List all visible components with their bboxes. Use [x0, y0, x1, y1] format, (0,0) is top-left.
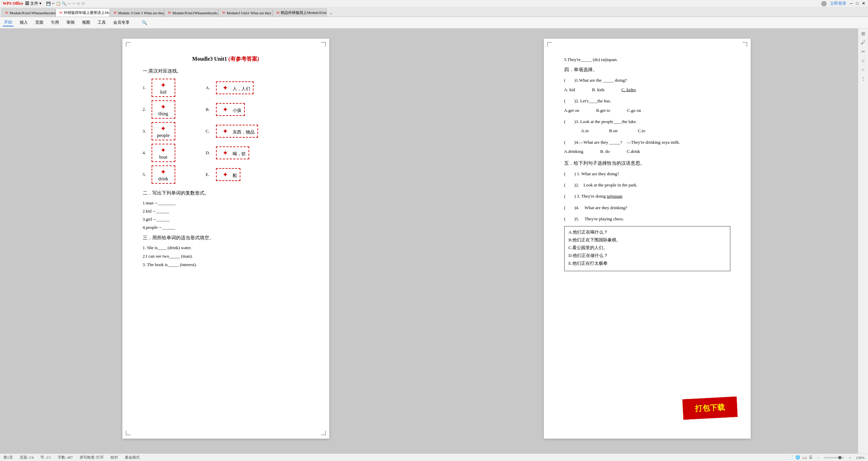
- menu-file[interactable]: ☰ 文件 ▾: [25, 1, 41, 6]
- choice-4C: C.drink: [627, 147, 640, 155]
- search-icon[interactable]: 🔍: [142, 20, 147, 25]
- zoom-slider[interactable]: [824, 457, 844, 458]
- choice-2B: B.get to: [596, 106, 610, 114]
- ribbon: 开始 插入 页面 引用 审阅 视图 工具 会员专享 🔍: [0, 17, 868, 28]
- corner-tr: [321, 42, 326, 47]
- choice-2A: A.get on: [564, 106, 579, 114]
- status-layout: 拼写检查: 打开: [80, 455, 104, 460]
- window-close[interactable]: ✕: [862, 1, 865, 6]
- view-read[interactable]: 📖: [802, 455, 807, 460]
- tab-label-5: 稻品外研版四上Module3Unit1Wha...: [281, 10, 327, 15]
- write-3: 3.girl→______: [143, 217, 309, 222]
- top-bar-left: WPS Office ☰ 文件 ▾ 💾 ✏ 📋 🔍 ⸻ ⸻ ⟲ ⟳: [3, 1, 821, 6]
- choice-1: ( )1.What are the _____ doing? A. kid B.…: [564, 76, 730, 94]
- insect-icon-A: ✦: [219, 83, 232, 92]
- cn-box-C: ✦ 东西，物品: [216, 125, 258, 138]
- window-min[interactable]: ─: [850, 1, 853, 6]
- status-pages: 页面: 1/4: [20, 455, 34, 460]
- zoom-out[interactable]: −: [817, 456, 819, 460]
- status-mode[interactable]: 黄金模式: [125, 455, 140, 460]
- choice-1A: A. kid: [564, 86, 575, 94]
- new-tab-btn[interactable]: +: [327, 11, 335, 17]
- cn-box-E: ✦ 船: [216, 168, 240, 181]
- login-btn[interactable]: 立即登录: [830, 1, 846, 6]
- tab-2[interactable]: W Module 3 Unit 1 What are they do... ✕: [110, 8, 164, 17]
- ribbon-menu: 开始 插入 页面 引用 审阅 视图 工具 会员专享: [3, 19, 131, 26]
- choice-2C: C.go on: [627, 106, 641, 114]
- menu-ref[interactable]: 引用: [50, 19, 60, 26]
- top-bar: WPS Office ☰ 文件 ▾ 💾 ✏ 📋 🔍 ⸻ ⸻ ⟲ ⟳ 立即登录 ─…: [0, 0, 868, 7]
- tab-4[interactable]: W Module3 Unit1 What are they do... ✕: [218, 8, 273, 17]
- write-2: 2.kid→______: [143, 208, 309, 214]
- choice-3: ( )3. Look at the people____the lake. A.…: [564, 118, 730, 135]
- choice-4A: A.drinking: [564, 147, 584, 155]
- word-box-boat: ✦ boat: [152, 144, 175, 162]
- status-section: 节: 1/1: [40, 455, 51, 460]
- insect-icon-B: ✦: [219, 105, 232, 114]
- write-4: 4.people→______: [143, 225, 309, 230]
- match-left-5: 5. ✦ drink: [143, 164, 175, 185]
- section4-title: 四．单项选择。: [564, 67, 730, 73]
- tab-label-1: 外研版四年级上册英语上Moudl...: [64, 10, 110, 15]
- match-right-C: C. ✦ 东西，物品: [206, 121, 258, 141]
- app-brand: WPS Office: [3, 1, 23, 6]
- tabs-row: W Module3Unit1Whataretheydoi... ✕ W 外研版四…: [0, 7, 868, 17]
- menu-review[interactable]: 审阅: [65, 19, 76, 26]
- menu-tools[interactable]: 工具: [96, 19, 107, 26]
- choice-3B: B.on: [609, 127, 617, 135]
- sidebar-icon-5[interactable]: ○: [861, 66, 865, 74]
- choice-2: ( )2. Let's____the bus. A.get on B.get t…: [564, 97, 730, 114]
- page-title: Moudle3 Unit1 (有参考答案): [143, 56, 309, 63]
- tab-3[interactable]: W Module3Unit1Whataretheydo... ✕: [164, 8, 218, 17]
- tab-5[interactable]: W 稻品外研版四上Module3Unit1Wha... ✕: [273, 8, 327, 17]
- section1-title: 一.英汉对应连线。: [143, 68, 309, 74]
- answer-B: B.他们正在下围国际象棋。: [569, 237, 726, 243]
- insect-icon-3: ✦: [157, 124, 170, 133]
- top-bar-right: 立即登录 ─ □ ✕: [821, 1, 865, 6]
- choice-row-3: A.in B.on C.to: [581, 127, 730, 135]
- match-container: 1. ✦ kid 2. ✦ thing: [143, 78, 309, 185]
- menu-vip[interactable]: 会员专享: [112, 19, 131, 26]
- window-max[interactable]: □: [856, 1, 859, 6]
- sidebar-icon-4[interactable]: ☆: [860, 57, 866, 65]
- view-outline[interactable]: ☰: [809, 455, 812, 460]
- download-stamp[interactable]: 打包下载: [682, 397, 737, 420]
- corner-tl-2: [547, 42, 552, 47]
- status-bar: 第1页 页面: 1/4 节: 1/1 字数: 487 拼写检查: 打开 校对 黄…: [0, 454, 868, 461]
- view-print[interactable]: 📄: [789, 455, 793, 460]
- tab-label-4: Module3 Unit1 What are they do...: [226, 11, 273, 15]
- view-web[interactable]: 🌐: [795, 455, 800, 460]
- corner-tl: [126, 42, 131, 47]
- menu-view[interactable]: 视图: [81, 19, 92, 26]
- corner-br: [321, 430, 326, 435]
- answer-box: A.他们正在喝什么？ B.他们正在下围国际象棋。 C.看公园里的人们。 D.他们…: [564, 226, 730, 271]
- choice-row-1: A. kid B. kids C. kides: [564, 86, 730, 94]
- section5-item-4: ( )4. What are they drinking?: [564, 204, 730, 212]
- menu-page[interactable]: 页面: [34, 19, 45, 26]
- tab-label-2: Module 3 Unit 1 What are they do...: [118, 11, 164, 15]
- choice-1C: C. kides: [622, 86, 636, 94]
- sidebar-icon-2[interactable]: 🖊: [860, 39, 867, 46]
- word-box-kid: ✦ kid: [152, 79, 175, 97]
- menu-insert[interactable]: 插入: [18, 19, 29, 26]
- section3-title: 三．用所给单词的适当形式填空。: [143, 235, 309, 241]
- sidebar-icon-3[interactable]: ✂: [860, 48, 866, 56]
- match-right-E: E. ✦ 船: [206, 164, 258, 185]
- match-right-D: D. ✦ 喝，饮: [206, 143, 258, 163]
- zoom-in[interactable]: +: [849, 456, 851, 460]
- insect-icon-D: ✦: [219, 148, 232, 157]
- menu-start[interactable]: 开始: [3, 19, 14, 26]
- sidebar-icon-1[interactable]: ⊞: [860, 30, 866, 38]
- sidebar-icon-6[interactable]: ⋮: [860, 75, 867, 83]
- cn-box-B: ✦ 小孩: [216, 103, 245, 116]
- zoom-level[interactable]: 130%: [856, 456, 865, 460]
- section5-item-5: ( )5. They're playing chess.: [564, 215, 730, 223]
- view-icons: 📄 🌐 📖 ☰: [789, 455, 812, 460]
- cn-box-D: ✦ 喝，饮: [216, 146, 249, 159]
- tab-0[interactable]: W Module3Unit1Whataretheydoi... ✕: [1, 8, 56, 17]
- choice-row-2: A.get on B.get to C.go on: [564, 106, 730, 114]
- status-page: 第1页: [3, 455, 13, 460]
- tab-1[interactable]: W 外研版四年级上册英语上Moudl... ✕: [56, 8, 110, 17]
- section5-title: 五．给下列句子选择恰当的汉语意思。: [564, 160, 730, 166]
- match-left-3: 3. ✦ people: [143, 121, 175, 141]
